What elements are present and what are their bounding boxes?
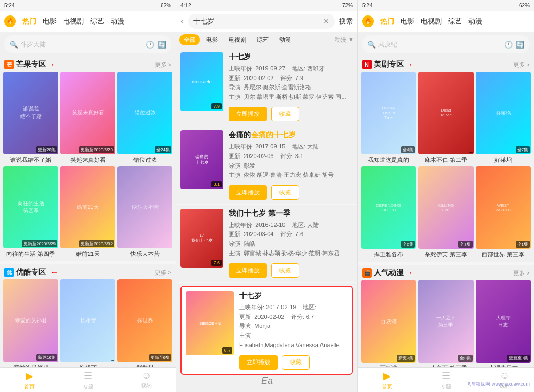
right-nav-variety[interactable]: 综艺 <box>448 17 462 26</box>
youku-more-btn[interactable]: 更多 > <box>155 269 171 277</box>
search-result-3[interactable]: 17我们十七岁 7.6 我们十七岁 第一季 上映年份: 2016-12-10 地… <box>176 205 357 283</box>
movie-title-1: 谁说我结不了婚 <box>3 156 58 164</box>
search-result-4-highlighted[interactable]: SIEBZEHN 6.7 十七岁 上映年份: 2017-02-19 地区: 更新… <box>180 286 353 375</box>
right-home-label: 首页 <box>382 383 392 390</box>
result-title-1: 十七岁 <box>229 52 353 62</box>
back-button[interactable]: ‹ <box>180 15 184 27</box>
right-search-placeholder: 武庚纪 <box>378 40 501 49</box>
youku-logo: 优 <box>4 268 14 277</box>
search-result-1[interactable]: diecisiete 7.9 十七岁 上映年份: 2019-09-27 地区: … <box>176 48 357 126</box>
right-nav-hot[interactable]: 热门 <box>380 17 394 26</box>
anime-more-btn[interactable]: 更多 > <box>513 269 530 277</box>
list-item[interactable]: 全4集 I KnowThis IsTrue 我知道这是真的 <box>361 72 416 164</box>
list-item[interactable]: 更新至9集 大理寺日志 大理寺日志 <box>476 280 531 367</box>
search-result-2[interactable]: 会痛的十七岁 3.1 会痛的会痛的十七岁 上映年份: 2017-09-15 地区… <box>176 126 357 204</box>
netflix-more-btn[interactable]: 更多 > <box>513 61 530 69</box>
search-clear-icon[interactable]: ✕ <box>323 17 329 26</box>
list-item[interactable]: 全7集 好莱坞 好莱坞 <box>476 72 531 164</box>
play-button-3[interactable]: 立即播放 <box>229 263 267 278</box>
list-item[interactable]: 全6集 DEFENDINGJACOB 捍卫雅各布 <box>361 166 416 258</box>
left-nav-anime[interactable]: 动漫 <box>111 17 124 26</box>
left-nav-tv[interactable]: 电视剧 <box>63 17 84 26</box>
middle-search-input[interactable]: 十七岁 ✕ <box>188 14 335 29</box>
list-item[interactable]: DeadTo Me 麻木不仁 第二季 <box>418 72 473 164</box>
list-item[interactable]: 全1集 WESTWORLD 西部世界 第三季 <box>476 166 531 258</box>
mango-logo: 芒 <box>4 60 14 69</box>
collect-button-1[interactable]: 收藏 <box>271 107 299 121</box>
collect-button-2[interactable]: 收藏 <box>271 185 299 200</box>
left-nav-variety[interactable]: 综艺 <box>90 17 104 26</box>
play-button-4[interactable]: 立即播放 <box>239 355 278 370</box>
right-panel: 5:24 62% 🔥 热门 电影 电视剧 综艺 动漫 🔍 武庚纪 🕐 🔄 <box>358 0 534 392</box>
left-nav-movie[interactable]: 电影 <box>43 17 57 26</box>
filter-tabs-bar: 全部 电影 电视剧 综艺 动漫 动漫 ▼ <box>176 32 357 48</box>
right-nav-profile[interactable]: ☺ 我的 <box>475 370 534 390</box>
list-item[interactable]: 长相守 长相守 <box>60 279 115 367</box>
list-item[interactable]: 新更16集 亲爱的义祁君 亲爱的义祁君 <box>3 279 58 367</box>
right-search-bar[interactable]: 🔍 武庚纪 🕐 🔄 <box>362 35 530 53</box>
netflix-movie-grid: 全4集 I KnowThis IsTrue 我知道这是真的 DeadTo Me … <box>358 72 534 262</box>
left-nav-topics[interactable]: ☰ 专题 <box>59 370 117 390</box>
netflix-title-6: 西部世界 第三季 <box>476 250 531 258</box>
middle-search-query: 十七岁 <box>193 17 214 26</box>
right-topics-label: 专题 <box>441 383 451 390</box>
topics-icon: ☰ <box>84 370 92 382</box>
list-item[interactable]: 全8集 KILLINGEVE 杀死伊芙 第三季 <box>418 166 473 258</box>
movie-badge-4: 更新至2020/5/29 <box>22 240 57 247</box>
right-nav-home[interactable]: ▶ 首页 <box>358 370 417 390</box>
right-search-refresh-icon[interactable]: 🔄 <box>516 41 524 49</box>
list-item[interactable]: 全8集 一人之下第三季 一人之下 第三季 <box>418 280 473 367</box>
left-nav-profile[interactable]: ☺ 我的 <box>117 370 176 390</box>
left-bottom-nav: ▶ 首页 ☰ 专题 ☺ 我的 <box>0 367 176 392</box>
right-search-history-icon[interactable]: 🕐 <box>504 41 513 49</box>
list-item[interactable]: 新更7集 百妖谱 百妖谱 <box>361 280 416 367</box>
left-search-refresh-icon[interactable]: 🔄 <box>158 41 166 49</box>
result-info-2: 会痛的会痛的十七岁 上映年份: 2017-09-15 地区: 大陆 更新: 20… <box>229 130 353 199</box>
right-nav-topics[interactable]: ☰ 专题 <box>417 370 475 390</box>
right-nav-tv[interactable]: 电视剧 <box>421 17 442 26</box>
list-item[interactable]: 更新至6集 探世界 探世界 <box>117 279 172 367</box>
filter-dropdown[interactable]: 动漫 ▼ <box>335 36 354 44</box>
right-nav-movie[interactable]: 电影 <box>400 17 414 26</box>
filter-tab-all[interactable]: 全部 <box>179 34 200 45</box>
left-nav-hot[interactable]: 热门 <box>22 17 36 26</box>
filter-tab-tv[interactable]: 电视剧 <box>224 34 250 45</box>
collect-button-4[interactable]: 收藏 <box>282 355 310 370</box>
play-button-1[interactable]: 立即播放 <box>229 107 267 121</box>
netflix-thumb-4: 全6集 DEFENDINGJACOB <box>361 166 416 249</box>
search-button[interactable]: 搜索 <box>339 17 353 26</box>
list-item[interactable]: 更新至2020/5/29 笑起来真好看 笑起来真好看 <box>60 72 115 164</box>
left-nav-home[interactable]: ▶ 首页 <box>0 370 59 390</box>
right-top-nav: 🔥 热门 电影 电视剧 综艺 动漫 <box>358 11 534 32</box>
list-item[interactable]: 全24集 错位过浓 错位过浓 <box>117 72 172 164</box>
left-search-history-icon[interactable]: 🕐 <box>146 41 154 49</box>
right-nav-anime[interactable]: 动漫 <box>468 17 482 26</box>
right-time: 5:24 <box>362 3 372 9</box>
result-meta-3: 上映年份: 2016-12-10 地区: 大陆 更新: 2020-03-04 评… <box>229 221 353 258</box>
list-item[interactable]: 快乐大本营 快乐大本营 <box>117 166 172 258</box>
play-button-2[interactable]: 立即播放 <box>229 185 267 200</box>
profile-label: 我的 <box>141 382 152 390</box>
youku-badge-2 <box>111 360 114 361</box>
list-item[interactable]: 更新至2020/6/02 婚前21天 婚前21天 <box>60 166 115 258</box>
youku-red-arrow: ← <box>50 268 59 277</box>
netflix-thumb-2: DeadTo Me <box>418 72 473 154</box>
home-label: 首页 <box>24 383 35 390</box>
anime-movie-grid: 新更7集 百妖谱 百妖谱 全8集 一人之下第三季 一人之下 第三季 更新至9集 <box>358 280 534 367</box>
movie-title-2: 笑起来真好看 <box>60 156 115 164</box>
collect-button-3[interactable]: 收藏 <box>271 263 299 278</box>
filter-tab-variety[interactable]: 综艺 <box>253 34 273 45</box>
filter-tab-anime[interactable]: 动漫 <box>275 34 295 45</box>
movie-title-6: 快乐大本营 <box>117 250 172 258</box>
movie-badge-3: 全24集 <box>155 146 171 153</box>
list-item[interactable]: 更新20集 谁说我结不了婚 谁说我结不了婚 <box>3 72 58 164</box>
filter-tab-movie[interactable]: 电影 <box>202 34 222 45</box>
netflix-badge-1: 全4集 <box>401 146 415 153</box>
result-actions-3: 立即播放 收藏 <box>229 263 353 278</box>
list-item[interactable]: 更新至2020/5/29 向往的生活第四季 向往的生活 第四季 <box>3 166 58 258</box>
left-search-bar[interactable]: 🔍 斗罗大陆 🕐 🔄 <box>4 35 171 53</box>
movie-title-4: 向往的生活 第四季 <box>3 250 58 258</box>
mango-more-btn[interactable]: 更多 > <box>155 61 171 69</box>
result-score-1: 7.9 <box>211 103 222 109</box>
left-search-icon: 🔍 <box>10 41 17 48</box>
